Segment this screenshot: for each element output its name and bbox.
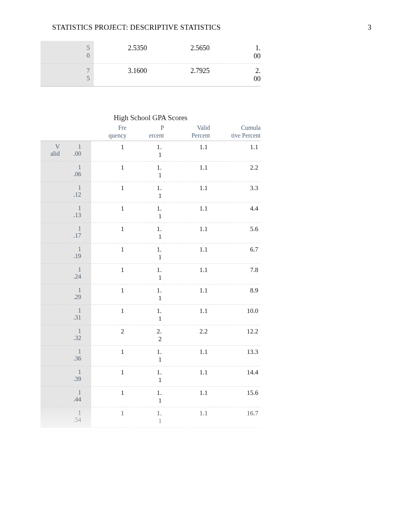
gpa-value-pad — [83, 305, 91, 325]
percent-cell: 1.1 — [127, 407, 164, 428]
gpa-value-pad — [83, 387, 91, 407]
cumulative-percent-cell: 7.8 — [210, 264, 261, 284]
col-header-cumulative-b: tive Percent — [210, 132, 261, 141]
page-header: STATISTICS PROJECT: DESCRIPTIVE STATISTI… — [52, 23, 371, 32]
table-header-row: quency ercent Percent tive Percent — [41, 132, 261, 141]
col-header-percent-a: P — [127, 124, 164, 132]
table-row: 1.3111.11.110.0 — [41, 305, 261, 325]
valid-percent-cell: 1.1 — [164, 161, 210, 182]
percent-cell: 1.1 — [127, 387, 164, 407]
pctile-value-2: 2.7925 — [156, 64, 219, 87]
gpa-value-pad — [83, 243, 91, 264]
valid-label — [41, 202, 61, 223]
cumulative-percent-cell: 5.6 — [210, 223, 261, 243]
table-row: Valid1.0011.11.11.1 — [41, 141, 261, 161]
percent-cell: 1.1 — [127, 264, 164, 284]
gpa-value: 1.17 — [61, 223, 84, 243]
frequency-cell: 1 — [91, 366, 126, 387]
gpa-value: 1.36 — [61, 346, 84, 366]
table-row: 1.4411.11.115.6 — [41, 387, 261, 407]
percent-cell: 1.1 — [127, 202, 164, 223]
frequency-cell: 1 — [91, 264, 126, 284]
valid-label — [41, 264, 61, 284]
gpa-value: 1.13 — [61, 202, 84, 223]
gpa-value-pad — [83, 141, 91, 161]
cumulative-percent-cell: 16.7 — [210, 407, 261, 428]
running-head: STATISTICS PROJECT: DESCRIPTIVE STATISTI… — [52, 23, 221, 32]
pctile-value-1: 2.5350 — [94, 41, 156, 64]
valid-percent-cell: 1.1 — [164, 305, 210, 325]
gpa-value-pad — [83, 264, 91, 284]
cumulative-percent-cell: 1.1 — [210, 141, 261, 161]
percent-cell: 1.1 — [127, 243, 164, 264]
col-header-percent-b: ercent — [127, 132, 164, 141]
cumulative-percent-cell: 10.0 — [210, 305, 261, 325]
percentiles-table: 5 0 2.5350 2.5650 1. 00 7 5 3.1600 2.792… — [41, 41, 261, 87]
table-row: 1.0611.11.12.2 — [41, 161, 261, 182]
valid-percent-cell: 1.1 — [164, 284, 210, 305]
valid-percent-cell: 1.1 — [164, 366, 210, 387]
valid-label — [41, 284, 61, 305]
gpa-value: 1.54 — [61, 407, 84, 428]
gpa-value: 1.39 — [61, 366, 84, 387]
gpa-value-pad — [83, 284, 91, 305]
valid-percent-cell: 1.1 — [164, 182, 210, 202]
gpa-value: 1.00 — [61, 141, 84, 161]
valid-label — [41, 366, 61, 387]
cumulative-percent-cell: 4.4 — [210, 202, 261, 223]
col-header-cumulative-a: Cumula — [210, 124, 261, 132]
col-header-frequency-b: quency — [91, 132, 126, 141]
document-page: STATISTICS PROJECT: DESCRIPTIVE STATISTI… — [0, 0, 410, 451]
frequency-table: Fre P Valid Cumula quency ercent Percent… — [41, 124, 261, 428]
table-row: 5 0 2.5350 2.5650 1. 00 — [41, 41, 261, 64]
frequency-cell: 1 — [91, 407, 126, 428]
percent-cell: 1.1 — [127, 223, 164, 243]
percent-cell: 1.1 — [127, 284, 164, 305]
table-row: 1.1711.11.15.6 — [41, 223, 261, 243]
valid-label — [41, 387, 61, 407]
col-header-valid-b: Percent — [164, 132, 210, 141]
frequency-cell: 1 — [91, 182, 126, 202]
valid-percent-cell: 1.1 — [164, 202, 210, 223]
percent-cell: 1.1 — [127, 366, 164, 387]
valid-percent-cell: 1.1 — [164, 346, 210, 366]
pctile-value-3: 2. 00 — [219, 64, 261, 87]
cumulative-percent-cell: 14.4 — [210, 366, 261, 387]
frequency-cell: 2 — [91, 325, 126, 346]
cumulative-percent-cell: 8.9 — [210, 284, 261, 305]
frequency-cell: 1 — [91, 223, 126, 243]
pctile-value-1: 3.1600 — [94, 64, 156, 87]
table-row: 1.5411.11.116.7 — [41, 407, 261, 428]
gpa-value: 1.19 — [61, 243, 84, 264]
gpa-value: 1.32 — [61, 325, 84, 346]
percent-cell: 1.1 — [127, 141, 164, 161]
pctile-label-a: 5 0 — [41, 41, 94, 64]
table-row: 1.1911.11.16.7 — [41, 243, 261, 264]
frequency-cell: 1 — [91, 305, 126, 325]
valid-label — [41, 305, 61, 325]
valid-percent-cell: 1.1 — [164, 141, 210, 161]
frequency-cell: 1 — [91, 387, 126, 407]
cumulative-percent-cell: 12.2 — [210, 325, 261, 346]
table-header-row: Fre P Valid Cumula — [41, 124, 261, 132]
percent-cell: 2.2 — [127, 325, 164, 346]
gpa-value-pad — [83, 346, 91, 366]
table-row: 7 5 3.1600 2.7925 2. 00 — [41, 64, 261, 87]
frequency-cell: 1 — [91, 141, 126, 161]
valid-label — [41, 182, 61, 202]
gpa-value: 1.31 — [61, 305, 84, 325]
table-row: 1.3611.11.113.3 — [41, 346, 261, 366]
valid-label — [41, 243, 61, 264]
col-header-frequency-a: Fre — [91, 124, 126, 132]
frequency-cell: 1 — [91, 284, 126, 305]
cumulative-percent-cell: 15.6 — [210, 387, 261, 407]
col-header-valid-a: Valid — [164, 124, 210, 132]
frequency-cell: 1 — [91, 202, 126, 223]
valid-percent-cell: 1.1 — [164, 387, 210, 407]
percent-cell: 1.1 — [127, 182, 164, 202]
valid-percent-cell: 1.1 — [164, 223, 210, 243]
valid-percent-cell: 1.1 — [164, 407, 210, 428]
valid-percent-cell: 1.1 — [164, 243, 210, 264]
valid-label — [41, 223, 61, 243]
pctile-label-b: 7 5 — [41, 64, 94, 87]
